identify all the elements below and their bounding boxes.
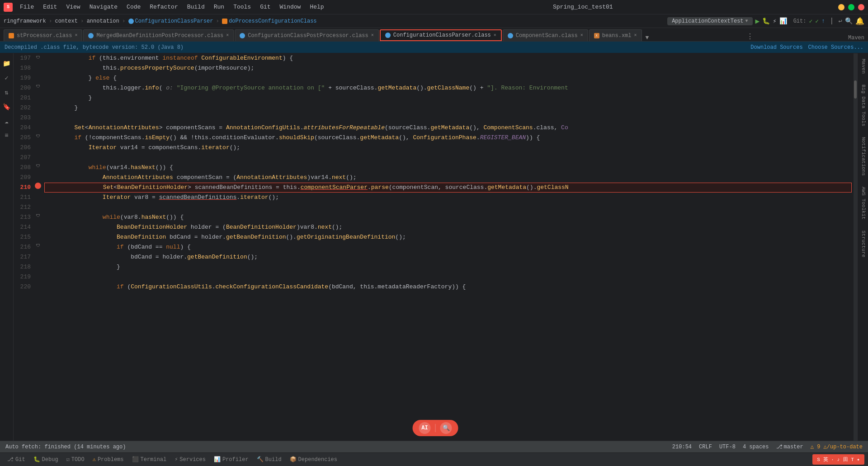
menu-view[interactable]: View (62, 3, 84, 11)
window-title: Spring_ioc_test01 (553, 4, 613, 10)
git-icon: ⎇ (7, 456, 14, 463)
git-push[interactable]: ↑ (821, 18, 825, 24)
floating-toolbar: AI 🔍 (413, 420, 458, 436)
choose-sources-link[interactable]: Choose Sources... (808, 44, 863, 51)
tab-stprocessor[interactable]: stProcessor.class × (4, 29, 82, 41)
breadcrumb-framework[interactable]: ringframework (4, 18, 46, 24)
profile-button[interactable]: 📊 (779, 17, 787, 25)
code-line-211: Iterator var8 = scannedBeanDefinitions.i… (44, 193, 852, 202)
undo-button[interactable]: ↩ (839, 17, 842, 25)
close-button[interactable] (858, 4, 864, 10)
status-linefeed: CRLF (699, 444, 712, 450)
breakpoint-210[interactable] (35, 183, 41, 189)
notifications-button[interactable]: 🔔 (855, 17, 864, 26)
float-separator (435, 424, 436, 432)
scroll-thumb[interactable] (854, 80, 857, 99)
menu-tools[interactable]: Tools (230, 3, 255, 11)
minimize-button[interactable] (838, 4, 844, 10)
breadcrumb-method[interactable]: doProcessConfigurationClass (222, 18, 316, 24)
bottom-problems[interactable]: ⚠ Problems (89, 455, 127, 464)
panel-maven[interactable]: Maven (858, 53, 868, 79)
tabs-overflow[interactable]: ▼ (643, 34, 652, 41)
bottom-git[interactable]: ⎇ Git (4, 455, 29, 464)
run-button[interactable]: ▶ (755, 17, 760, 26)
menu-build[interactable]: Build (184, 3, 208, 11)
tab-configclasspostprocessor[interactable]: ConfigurationClassPostProcessor.class × (235, 29, 378, 41)
menu-navigate[interactable]: Navigate (86, 3, 121, 11)
run-config-selector[interactable]: ApplicationContextTest ▼ (667, 17, 752, 25)
coverage-button[interactable]: ⚡ (773, 17, 776, 25)
code-content[interactable]: if (this.environment instanceof Configur… (42, 53, 854, 441)
bottom-debug[interactable]: 🐛 Debug (30, 455, 62, 464)
maven-label[interactable]: Maven (848, 35, 864, 41)
tab-icon-orange (9, 33, 14, 38)
status-indent: 4 spaces (743, 444, 769, 450)
bottom-services[interactable]: ⚡ Services (171, 455, 209, 464)
tab-configclassparser[interactable]: ConfigurationClassParser.class × (380, 29, 502, 41)
menu-bar: File Edit View Navigate Code Refactor Bu… (16, 3, 328, 11)
sidebar-structure[interactable]: ≡ (0, 129, 13, 142)
code-line-210: Set<BeanDefinitionHolder> scannedBeanDef… (44, 183, 852, 193)
todo-icon: ☑ (66, 456, 70, 463)
line-num-206: 206 (14, 143, 31, 153)
menu-refactor[interactable]: Refactor (146, 3, 181, 11)
debug-button[interactable]: 🐛 (762, 17, 770, 25)
line-num-218: 218 (14, 262, 31, 272)
bottom-build[interactable]: 🔨 Build (253, 455, 285, 464)
menu-help[interactable]: Help (306, 3, 327, 11)
status-vcs[interactable]: ⎇ master (776, 443, 803, 450)
bottom-todo[interactable]: ☑ TODO (63, 455, 88, 464)
breadcrumb-annotation[interactable]: annotation (87, 18, 119, 24)
editor-area: 197 198 199 200 201 202 203 204 205 206 … (14, 53, 857, 441)
panel-notifications[interactable]: Notifications (858, 132, 868, 181)
download-sources-link[interactable]: Download Sources (750, 44, 802, 51)
title-bar: S File Edit View Navigate Code Refactor … (0, 0, 868, 14)
tab-icon-xml: X (594, 33, 599, 38)
tab-beansxml[interactable]: X beans.xml × (589, 29, 642, 41)
bottom-profiler[interactable]: 📊 Profiler (210, 455, 252, 464)
tab-label: stProcessor.class (17, 33, 72, 39)
tab-componentscan[interactable]: ComponentScan.class × (503, 29, 588, 41)
maximize-button[interactable] (848, 4, 854, 10)
panel-aws[interactable]: AWS Toolkit (858, 181, 868, 225)
sidebar-aws[interactable]: ☁ (0, 115, 13, 127)
code-line-202: } (44, 103, 852, 113)
code-view: 197 198 199 200 201 202 203 204 205 206 … (14, 53, 857, 441)
panel-structure[interactable]: Structure (858, 225, 868, 263)
tabs-more[interactable]: ⋮ (744, 32, 756, 41)
float-search-button[interactable]: 🔍 (440, 422, 452, 434)
tab-close[interactable]: × (75, 33, 77, 38)
bottom-terminal[interactable]: ⬛ Terminal (128, 455, 170, 464)
menu-file[interactable]: File (16, 3, 38, 11)
code-line-198: this.processPropertySource(importResourc… (44, 63, 852, 73)
menu-edit[interactable]: Edit (39, 3, 61, 11)
code-line-208: while(var14.hasNext()) { (44, 163, 852, 173)
tab-close[interactable]: × (226, 33, 229, 38)
menu-window[interactable]: Window (276, 3, 305, 11)
ai-button[interactable]: AI (419, 422, 431, 434)
line-num-205: 205 (14, 133, 31, 143)
tab-close[interactable]: × (371, 33, 374, 38)
tab-close[interactable]: × (634, 33, 637, 38)
sidebar-bookmarks[interactable]: 🔖 (0, 100, 13, 113)
sidebar-pullreq[interactable]: ⇅ (0, 86, 13, 99)
code-line-201: } (44, 93, 852, 103)
menu-code[interactable]: Code (123, 3, 144, 11)
tab-close[interactable]: × (494, 33, 496, 38)
menu-run[interactable]: Run (210, 3, 228, 11)
panel-bigdata[interactable]: Big Data Tools (858, 79, 868, 132)
breadcrumb-context[interactable]: context (55, 18, 77, 24)
tab-close[interactable]: × (580, 33, 583, 38)
code-line-218: } (44, 262, 852, 272)
sidebar-project[interactable]: 📁 (0, 57, 13, 70)
editor-scrollbar[interactable] (854, 53, 857, 441)
problems-icon: ⚠ (93, 456, 96, 463)
git-check2: ✓ (815, 18, 819, 25)
tab-mergedbeandef[interactable]: MergedBeanDefinitionPostProcessor.class … (83, 29, 234, 41)
sidebar-commit[interactable]: ✓ (0, 71, 13, 84)
menu-git[interactable]: Git (256, 3, 274, 11)
code-line-205: if (!componentScans.isEmpty() && !this.c… (44, 133, 852, 143)
breadcrumb-class[interactable]: ConfigurationClassParser (128, 18, 213, 24)
search-button[interactable]: 🔍 (845, 17, 853, 25)
bottom-dependencies[interactable]: 📦 Dependencies (286, 455, 341, 464)
